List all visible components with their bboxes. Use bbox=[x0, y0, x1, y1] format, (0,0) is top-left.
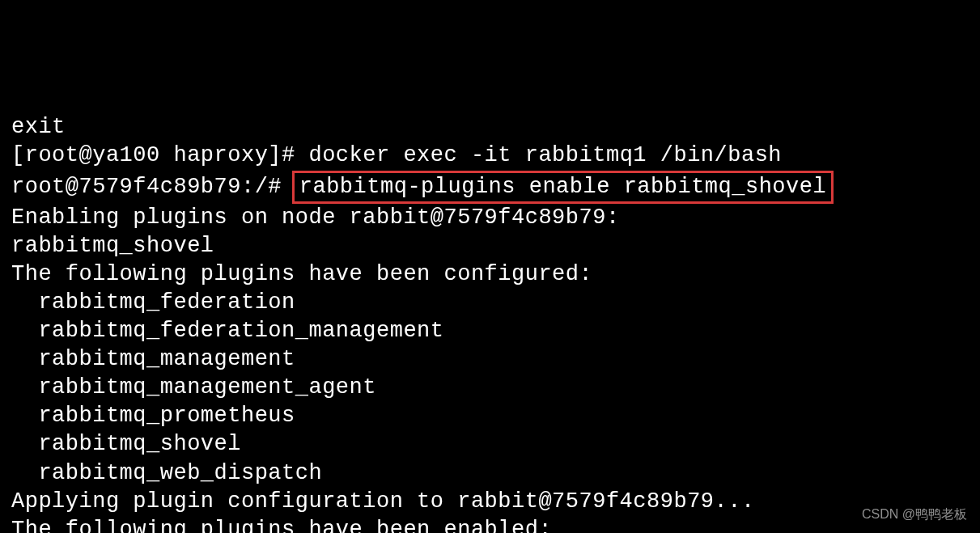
output-line: rabbitmq_prometheus bbox=[11, 402, 969, 430]
command-line: root@7579f4c89b79:/# rabbitmq-plugins en… bbox=[11, 171, 969, 204]
command-text: docker exec -it rabbitmq1 /bin/bash bbox=[308, 143, 782, 167]
shell-prompt: [root@ya100 haproxy]# bbox=[11, 143, 308, 167]
output-line: rabbitmq_federation bbox=[11, 289, 969, 317]
output-line: Enabling plugins on node rabbit@7579f4c8… bbox=[11, 204, 969, 232]
output-line: rabbitmq_federation_management bbox=[11, 317, 969, 345]
highlighted-command: rabbitmq-plugins enable rabbitmq_shovel bbox=[292, 171, 834, 204]
shell-prompt: root@7579f4c89b79:/# bbox=[11, 175, 295, 199]
output-line: Applying plugin configuration to rabbit@… bbox=[11, 488, 969, 516]
output-line: rabbitmq_management bbox=[11, 345, 969, 374]
watermark-text: CSDN @鸭鸭老板 bbox=[862, 506, 967, 523]
command-line: [root@ya100 haproxy]# docker exec -it ra… bbox=[11, 142, 969, 170]
output-line: rabbitmq_management_agent bbox=[11, 374, 969, 402]
output-line: rabbitmq_shovel bbox=[11, 430, 969, 459]
output-line: The following plugins have been configur… bbox=[11, 260, 969, 289]
output-line: rabbitmq_shovel bbox=[11, 232, 969, 260]
output-line: exit bbox=[11, 113, 969, 142]
output-line: The following plugins have been enabled: bbox=[11, 516, 969, 533]
terminal-output[interactable]: exit[root@ya100 haproxy]# docker exec -i… bbox=[11, 113, 969, 533]
output-line: rabbitmq_web_dispatch bbox=[11, 459, 969, 488]
